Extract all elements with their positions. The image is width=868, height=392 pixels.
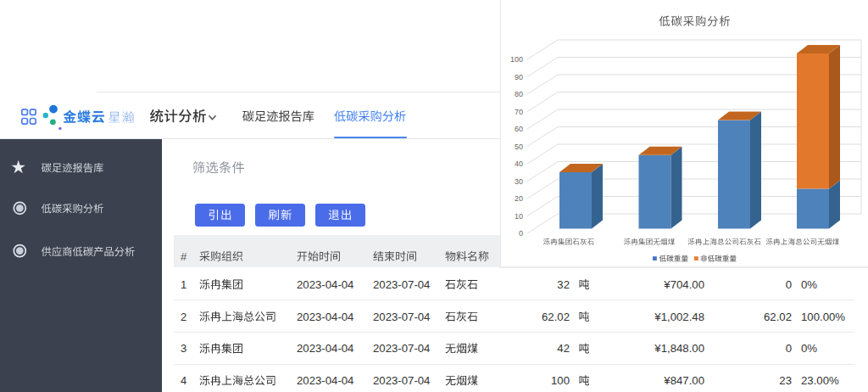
svg-text:100.00%: 100.00% [801,311,845,323]
svg-text:20: 20 [515,194,523,203]
svg-text:100: 100 [551,374,570,387]
svg-text:2: 2 [181,311,186,323]
svg-text:3: 3 [181,342,186,355]
svg-text:2023-04-04: 2023-04-04 [297,278,353,291]
svg-text:#: # [181,250,187,263]
svg-text:2023-04-04: 2023-04-04 [297,311,353,323]
svg-text:42: 42 [557,342,570,355]
svg-text:40: 40 [515,160,523,168]
svg-text:2023-07-04: 2023-07-04 [373,311,430,323]
svg-text:2023-04-04: 2023-04-04 [297,342,353,355]
svg-text:2023-07-04: 2023-07-04 [373,342,430,355]
svg-text:32: 32 [557,278,570,291]
svg-text:23: 23 [779,374,792,387]
svg-text:2023-07-04: 2023-07-04 [373,374,430,387]
svg-text:0%: 0% [801,278,817,291]
svg-text:60: 60 [515,125,523,133]
svg-text:23.00%: 23.00% [801,374,839,387]
svg-text:1: 1 [181,278,186,291]
svg-text:¥704.00: ¥704.00 [663,278,704,291]
svg-text:0: 0 [519,229,523,238]
svg-text:¥847.00: ¥847.00 [663,374,704,387]
svg-text:¥1,848.00: ¥1,848.00 [654,342,704,355]
svg-text:10: 10 [515,212,523,221]
svg-text:80: 80 [515,90,523,98]
svg-text:62.02: 62.02 [764,311,792,323]
svg-text:90: 90 [515,73,523,81]
svg-text:¥1,002.48: ¥1,002.48 [654,311,704,323]
svg-text:100: 100 [510,55,523,64]
svg-text:0: 0 [786,278,792,291]
svg-text:50: 50 [515,143,523,151]
svg-text:30: 30 [515,177,523,186]
svg-text:2023-04-04: 2023-04-04 [297,374,353,387]
svg-text:0%: 0% [801,342,817,355]
svg-text:70: 70 [515,108,523,116]
svg-text:4: 4 [181,374,186,387]
svg-text:62.02: 62.02 [542,311,570,323]
svg-text:0: 0 [786,342,792,355]
svg-text:2023-07-04: 2023-07-04 [373,278,430,291]
